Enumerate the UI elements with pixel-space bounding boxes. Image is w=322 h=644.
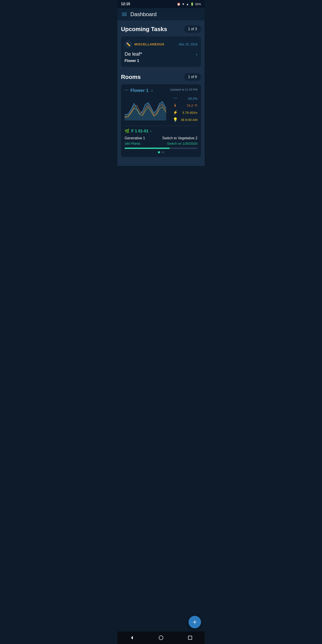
wifi-icon: ▼ bbox=[182, 2, 185, 6]
task-chevron-icon[interactable]: › bbox=[196, 52, 198, 57]
card-divider bbox=[124, 126, 198, 126]
dot-1[interactable] bbox=[158, 151, 160, 154]
pagination-dots bbox=[124, 151, 198, 154]
upcoming-tasks-title: Upcoming Tasks bbox=[121, 26, 167, 33]
subroom-leaf-icon: 🌿 bbox=[124, 128, 130, 134]
trend-icon: 〰 bbox=[124, 88, 128, 93]
metric-humidity: 〰 29.2% bbox=[168, 96, 198, 101]
subroom-plants: 180 Plants bbox=[124, 142, 140, 145]
subroom-chevron-icon[interactable]: › bbox=[150, 129, 152, 133]
task-name: De leaf* bbox=[124, 51, 142, 57]
battery-icon: 🔋 bbox=[190, 2, 194, 6]
battery-percent: 92% bbox=[195, 2, 201, 6]
rooms-section-header: Rooms 1 of 6 bbox=[121, 73, 201, 81]
status-time: 12:15 bbox=[121, 2, 130, 6]
task-category: ✏️ MISCELLANEOUS bbox=[124, 40, 164, 48]
task-date: Dec 15, 2019 bbox=[179, 42, 198, 46]
subroom-header: 🌿 F 1 01-01 › bbox=[124, 128, 198, 134]
metric-temperature: 🌡 74.2 °F bbox=[168, 103, 198, 108]
header-title: Dashboard bbox=[130, 11, 156, 18]
light-icon: 💡 bbox=[173, 117, 178, 122]
task-pencil-icon: ✏️ bbox=[124, 40, 132, 48]
task-card-header: ✏️ MISCELLANEOUS Dec 15, 2019 bbox=[124, 40, 198, 48]
subroom-switch-label: Switch to Vegetative 2 bbox=[162, 136, 198, 140]
app-header: Dashboard bbox=[118, 8, 204, 21]
light-value: till 8:00 AM bbox=[180, 118, 198, 122]
conductivity-icon: ⚡ bbox=[173, 110, 178, 115]
humidity-icon: 〰 bbox=[173, 96, 178, 101]
room-card[interactable]: 〰 Flower 1 › Updated at 11:20 PM bbox=[121, 84, 201, 157]
temperature-value: 74.2 °F bbox=[180, 104, 198, 107]
metrics-area: 〰 29.2% 🌡 74.2 °F ⚡ 3.78 dS/m 💡 till 8:0… bbox=[168, 96, 198, 122]
task-name-row: De leaf* › bbox=[124, 51, 198, 57]
room-name-row: 〰 Flower 1 › bbox=[124, 88, 153, 93]
temperature-icon: 🌡 bbox=[173, 103, 178, 108]
hamburger-menu[interactable] bbox=[122, 13, 127, 16]
subroom-switch-date: Switch on 1/30/2020 bbox=[167, 142, 198, 145]
subroom-phase: Generative 1 bbox=[124, 136, 145, 140]
room-updated-text: Updated at 11:20 PM bbox=[170, 88, 198, 91]
task-room: Flower 1 bbox=[124, 59, 139, 62]
upcoming-tasks-section-header: Upcoming Tasks 1 of 3 bbox=[121, 25, 201, 33]
subroom-name[interactable]: F 1 01-01 bbox=[131, 129, 148, 134]
metric-conductivity: ⚡ 3.78 dS/m bbox=[168, 110, 198, 115]
main-content: Upcoming Tasks 1 of 3 ✏️ MISCELLANEOUS D… bbox=[118, 21, 204, 166]
subroom-info-row: Generative 1 Switch to Vegetative 2 bbox=[124, 136, 198, 140]
task-card[interactable]: ✏️ MISCELLANEOUS Dec 15, 2019 De leaf* ›… bbox=[121, 36, 201, 67]
signal-icon: ▲ bbox=[186, 2, 189, 6]
humidity-value: 29.2% bbox=[180, 96, 198, 100]
room-chevron-icon[interactable]: › bbox=[151, 88, 153, 93]
status-icons: ⏰ ▼ ▲ 🔋 92% bbox=[177, 2, 201, 6]
room-card-top: 〰 Flower 1 › Updated at 11:20 PM bbox=[124, 88, 198, 93]
metric-light: 💡 till 8:00 AM bbox=[168, 117, 198, 122]
rooms-title: Rooms bbox=[121, 74, 141, 80]
upcoming-tasks-badge: 1 of 3 bbox=[184, 25, 201, 33]
rooms-badge: 1 of 6 bbox=[184, 73, 201, 81]
alarm-icon: ⏰ bbox=[177, 2, 180, 6]
task-category-label: MISCELLANEOUS bbox=[134, 42, 164, 46]
chart-metrics-row: 〰 29.2% 🌡 74.2 °F ⚡ 3.78 dS/m 💡 till 8:0… bbox=[124, 96, 198, 122]
conductivity-value: 3.78 dS/m bbox=[180, 111, 198, 114]
progress-bar-fill bbox=[124, 148, 170, 149]
subroom-info-row-2: 180 Plants Switch on 1/30/2020 bbox=[124, 142, 198, 145]
room-name[interactable]: Flower 1 bbox=[130, 88, 148, 93]
progress-bar-container bbox=[124, 148, 198, 149]
dot-2[interactable] bbox=[162, 151, 164, 154]
chart-area bbox=[124, 96, 166, 122]
status-bar: 12:15 ⏰ ▼ ▲ 🔋 92% bbox=[118, 0, 204, 8]
